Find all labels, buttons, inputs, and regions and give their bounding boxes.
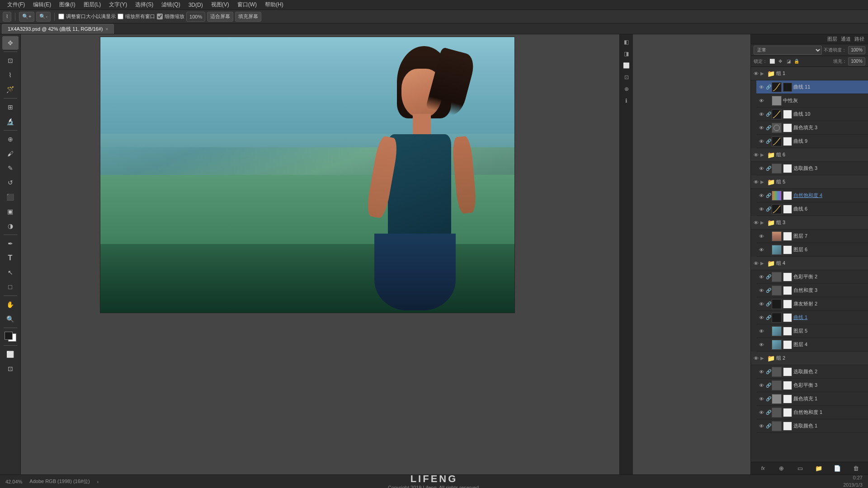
layer-eye-5[interactable]: 👁 [758, 328, 764, 334]
layer-eye-selective3[interactable]: 👁 [758, 166, 764, 171]
layer-curves11[interactable]: 👁 🔗 曲线 11 [756, 80, 868, 94]
layer-eye-group6[interactable]: 👁 [753, 152, 759, 158]
layer-group6[interactable]: 👁 ▶ 📁 组 6 [751, 148, 868, 162]
layer-link-huesat1[interactable]: 🔗 [766, 410, 770, 415]
layer-link-vibrance3[interactable]: 🔗 [766, 125, 770, 130]
layers-new-layer-btn[interactable]: 📄 [832, 464, 842, 474]
layer-link-huesat2[interactable]: 🔗 [766, 274, 770, 279]
lasso-tool[interactable]: ⌇ [2, 68, 19, 82]
group6-expand[interactable]: ▶ [760, 152, 766, 157]
layers-fx-btn[interactable]: fx [758, 464, 768, 474]
menu-view[interactable]: 视图(V) [208, 0, 233, 9]
menu-edit[interactable]: 编辑(E) [29, 0, 55, 9]
layer-curves9[interactable]: 👁 🔗 曲线 9 [756, 135, 868, 148]
group5-expand[interactable]: ▶ [760, 179, 766, 184]
layer-colorfill1[interactable]: 👁 🔗 颜色填充 1 [756, 392, 868, 406]
lock-position-btn[interactable]: ✥ [777, 58, 784, 65]
layer-group4[interactable]: 👁 ▶ 📁 组 4 [751, 257, 868, 270]
group1-expand[interactable]: ▶ [760, 71, 766, 76]
rs-panel-icon-6[interactable]: ℹ [622, 96, 632, 106]
dodge-tool[interactable]: ◑ [2, 219, 19, 233]
menu-image[interactable]: 图像(I) [56, 0, 79, 9]
adjust-window-checkbox[interactable] [58, 14, 64, 19]
path-select-tool[interactable]: ↖ [2, 266, 19, 279]
layer-eye-group4[interactable]: 👁 [753, 261, 759, 266]
layers-add-mask-btn[interactable]: ▭ [795, 464, 805, 474]
layer-5[interactable]: 👁 图层 5 [756, 324, 868, 338]
type-tool[interactable]: T [2, 251, 19, 265]
layer-eye-huesat4[interactable]: 👁 [758, 193, 764, 198]
layer-colorbal3[interactable]: 👁 🔗 色彩平衡 3 [756, 379, 868, 392]
layer-eye-curves9[interactable]: 👁 [758, 139, 764, 144]
crop-tool[interactable]: ⊞ [2, 100, 19, 114]
layer-link-curves9[interactable]: 🔗 [766, 139, 770, 144]
layer-eye-colorfill1[interactable]: 👁 [758, 396, 764, 402]
rectangular-marquee-tool[interactable]: ⊡ [2, 54, 19, 67]
layer-eye-selective1[interactable]: 👁 [758, 423, 764, 429]
zoom-tool[interactable]: 🔍 [2, 312, 19, 326]
zoom-in-btn[interactable]: 🔍+ [19, 12, 34, 22]
status-arrow[interactable]: › [97, 479, 99, 484]
fill-input[interactable] [848, 57, 865, 66]
group3-expand[interactable]: ▶ [760, 220, 766, 225]
move-tool[interactable]: ✥ [2, 36, 19, 50]
menu-help[interactable]: 帮助(H) [261, 0, 287, 9]
zoom-out-btn[interactable]: 🔍- [36, 12, 51, 22]
rs-panel-icon-1[interactable]: ◧ [622, 37, 632, 47]
layer-eye-curves10[interactable]: 👁 [758, 112, 764, 117]
group2-expand[interactable]: ▶ [760, 356, 766, 361]
layer-natsat3[interactable]: 👁 🔗 自然和度 3 [756, 284, 868, 297]
lock-pixels-btn[interactable]: ⬜ [769, 58, 776, 65]
tab-close-btn[interactable]: × [106, 27, 108, 32]
rs-panel-icon-3[interactable]: ⬜ [622, 61, 632, 70]
layer-eye-curves6[interactable]: 👁 [758, 206, 764, 212]
layer-eye-4[interactable]: 👁 [758, 342, 764, 347]
layer-group5[interactable]: 👁 ▶ 📁 组 5 [751, 175, 868, 189]
layer-eye-huesat1[interactable]: 👁 [758, 410, 764, 415]
layer-eye-group3[interactable]: 👁 [753, 220, 759, 225]
layer-group1[interactable]: 👁 ▶ 📁 组 1 [751, 67, 868, 80]
layer-eye-7[interactable]: 👁 [758, 234, 764, 239]
menu-filter[interactable]: 滤镜(Q) [158, 0, 184, 9]
layer-7[interactable]: 👁 图层 7 [756, 230, 868, 243]
layer-curves6[interactable]: 👁 🔗 曲线 6 [756, 202, 868, 216]
screen-mode-tool[interactable]: ⊡ [2, 362, 19, 375]
layer-link-curves10[interactable]: 🔗 [766, 112, 770, 117]
group4-expand[interactable]: ▶ [760, 261, 766, 266]
layer-link-curvesadj2[interactable]: 🔗 [766, 301, 770, 306]
rs-panel-icon-5[interactable]: ⊕ [622, 84, 632, 94]
layer-group3[interactable]: 👁 ▶ 📁 组 3 [751, 216, 868, 230]
layer-curves1[interactable]: 👁 🔗 曲线 1 [756, 311, 868, 324]
layer-huesat2[interactable]: 👁 🔗 色彩平衡 2 [756, 270, 868, 284]
layer-6[interactable]: 👁 图层 6 [756, 243, 868, 257]
layer-eye-group1[interactable]: 👁 [753, 71, 759, 76]
layer-link-selective1[interactable]: 🔗 [766, 423, 770, 428]
layer-link-huesat4[interactable]: 🔗 [766, 193, 770, 198]
layer-link-selective3[interactable]: 🔗 [766, 166, 770, 171]
hand-tool[interactable]: ✋ [2, 298, 19, 311]
layer-curvesadj2[interactable]: 👁 🔗 康友矫射 2 [756, 297, 868, 311]
layer-link-selective2[interactable]: 🔗 [766, 369, 770, 374]
shape-tool[interactable]: □ [2, 280, 19, 294]
layer-eye-group2[interactable]: 👁 [753, 356, 759, 361]
layer-eye-vibrance3[interactable]: 👁 [758, 125, 764, 131]
lasso-tool-icon[interactable]: ⌇ [3, 12, 11, 22]
scale-checkbox[interactable] [157, 14, 163, 19]
clone-stamp-tool[interactable]: ✎ [2, 161, 19, 175]
color-swatch[interactable] [5, 332, 16, 342]
lock-all-btn[interactable]: 🔒 [793, 58, 800, 65]
menu-window[interactable]: 窗口(W) [234, 0, 260, 9]
layers-list[interactable]: 👁 ▶ 📁 组 1 👁 🔗 曲线 11 👁 中性灰 [751, 67, 868, 462]
rs-panel-icon-4[interactable]: ⊡ [622, 72, 632, 82]
eyedropper-tool[interactable]: 🔬 [2, 115, 19, 128]
layer-link-curves6[interactable]: 🔗 [766, 206, 770, 211]
healing-brush-tool[interactable]: ⊕ [2, 132, 19, 146]
layer-eye-curvesadj2[interactable]: 👁 [758, 301, 764, 307]
layer-eye-selective2[interactable]: 👁 [758, 369, 764, 375]
layer-selective2[interactable]: 👁 🔗 选取颜色 2 [756, 365, 868, 379]
layer-curves10[interactable]: 👁 🔗 曲线 10 [756, 108, 868, 121]
quick-select-tool[interactable]: 🪄 [2, 83, 19, 96]
layers-delete-btn[interactable]: 🗑 [851, 464, 861, 474]
menu-file[interactable]: 文件(F) [4, 0, 28, 9]
brush-tool[interactable]: 🖌 [2, 147, 19, 160]
